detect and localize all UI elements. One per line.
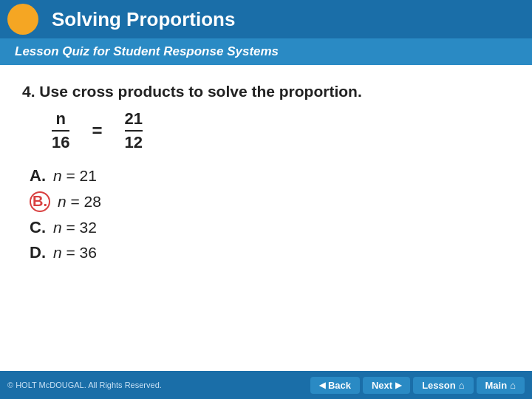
- option-b-letter-circle: B.: [30, 191, 50, 212]
- sub-header-title: Lesson Quiz for Student Response Systems: [15, 44, 279, 59]
- header-title: Solving Proportions: [52, 8, 235, 31]
- equals-sign: =: [92, 120, 102, 141]
- fraction-left-denominator: 16: [52, 132, 69, 152]
- question-text: 4. Use cross products to solve the propo…: [22, 83, 510, 100]
- sub-header: Lesson Quiz for Student Response Systems: [0, 38, 532, 65]
- option-c: C. n = 32: [30, 218, 510, 237]
- footer: © HOLT McDOUGAL. All Rights Reserved. ◀ …: [0, 371, 532, 399]
- fraction-left-numerator: n: [52, 109, 69, 132]
- option-a-letter: A.: [30, 166, 46, 185]
- option-a-text: n = 21: [53, 167, 97, 185]
- fraction-right-numerator: 21: [125, 109, 143, 132]
- option-d-text: n = 36: [53, 244, 97, 262]
- option-d: D. n = 36: [30, 243, 510, 262]
- back-arrow-icon: ◀: [319, 381, 325, 390]
- next-arrow-icon: ▶: [395, 381, 401, 390]
- fraction-right: 21 12: [125, 109, 143, 153]
- lesson-button[interactable]: Lesson ⌂: [413, 377, 473, 394]
- option-c-text: n = 32: [53, 219, 97, 236]
- header: Solving Proportions: [0, 0, 532, 38]
- lesson-label: Lesson: [422, 380, 456, 391]
- home-icon: ⌂: [459, 380, 465, 391]
- back-button[interactable]: ◀ Back: [310, 377, 360, 394]
- next-button[interactable]: Next ▶: [363, 377, 410, 394]
- main-button[interactable]: Main ⌂: [477, 377, 525, 394]
- options-list: A. n = 21 B. n = 28 C. n = 32 D. n = 36: [30, 166, 510, 262]
- option-b-text: n = 28: [58, 193, 101, 211]
- option-d-letter: D.: [30, 243, 46, 262]
- back-label: Back: [328, 380, 351, 391]
- fraction-left: n 16: [52, 109, 69, 153]
- option-c-letter: C.: [30, 218, 46, 237]
- fraction-right-denominator: 12: [125, 132, 143, 152]
- main-content: 4. Use cross products to solve the propo…: [0, 65, 532, 371]
- option-b[interactable]: B. n = 28: [30, 191, 510, 212]
- main-label: Main: [485, 380, 508, 391]
- copyright-text: © HOLT McDOUGAL. All Rights Reserved.: [7, 381, 162, 389]
- proportion-display: n 16 = 21 12: [52, 109, 510, 153]
- content-area: 4. Use cross products to solve the propo…: [0, 65, 532, 270]
- footer-buttons: ◀ Back Next ▶ Lesson ⌂ Main ⌂: [310, 377, 525, 394]
- option-a: A. n = 21: [30, 166, 510, 185]
- main-home-icon: ⌂: [510, 380, 516, 391]
- next-label: Next: [372, 380, 392, 391]
- header-oval-icon: [7, 4, 38, 35]
